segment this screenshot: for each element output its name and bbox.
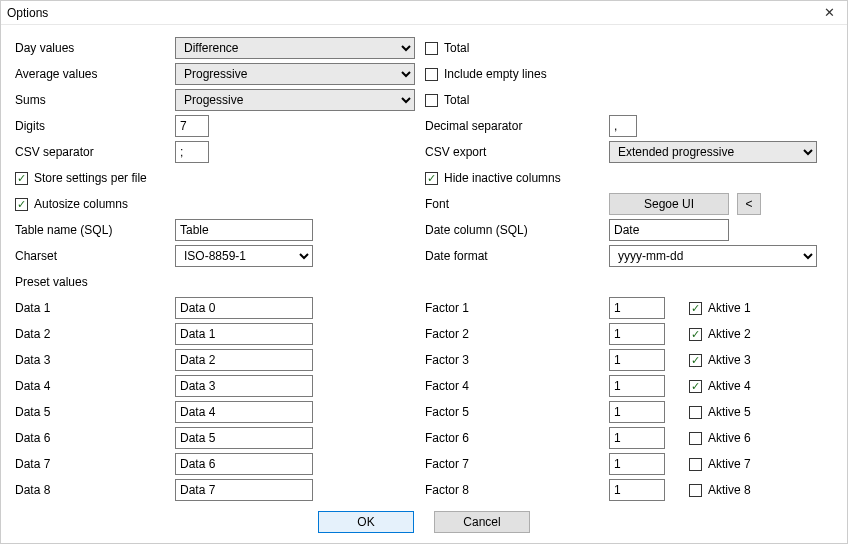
factor-input[interactable] [609,453,665,475]
label-total2: Total [444,93,469,107]
label-day-values: Day values [15,41,175,55]
sums-select[interactable]: Progessive [175,89,415,111]
factor-input[interactable] [609,401,665,423]
ok-button[interactable]: OK [318,511,414,533]
label-digits: Digits [15,119,175,133]
checkbox-icon [15,172,28,185]
data-label: Data 3 [15,353,175,367]
aktive-label: Aktive 1 [708,301,751,315]
factor-input[interactable] [609,297,665,319]
data-input[interactable] [175,297,313,319]
day-values-select[interactable]: Difference [175,37,415,59]
data-input[interactable] [175,479,313,501]
aktive-checkbox[interactable]: Aktive 7 [689,457,751,471]
aktive-checkbox[interactable]: Aktive 6 [689,431,751,445]
data-label: Data 5 [15,405,175,419]
factor-input[interactable] [609,323,665,345]
autosize-columns-checkbox[interactable]: Autosize columns [15,197,128,211]
label-store-per-file: Store settings per file [34,171,147,185]
data-input[interactable] [175,453,313,475]
content: Day values Difference Average values Pro… [1,25,847,505]
checkbox-icon [689,354,702,367]
data-label: Data 1 [15,301,175,315]
label-font: Font [425,197,609,211]
date-column-input[interactable] [609,219,729,241]
digits-input[interactable] [175,115,209,137]
aktive-label: Aktive 5 [708,405,751,419]
factor-label: Factor 3 [425,353,609,367]
preset-row: Data 5Factor 5Aktive 5 [15,399,833,425]
data-input[interactable] [175,427,313,449]
decimal-separator-input[interactable] [609,115,637,137]
csv-separator-input[interactable] [175,141,209,163]
total2-checkbox[interactable]: Total [425,93,469,107]
preset-row: Data 7Factor 7Aktive 7 [15,451,833,477]
label-date-format: Date format [425,249,609,263]
factor-label: Factor 8 [425,483,609,497]
aktive-label: Aktive 8 [708,483,751,497]
date-format-select[interactable]: yyyy-mm-dd [609,245,817,267]
data-label: Data 4 [15,379,175,393]
checkbox-icon [689,458,702,471]
data-input[interactable] [175,323,313,345]
checkbox-icon [689,302,702,315]
checkbox-icon [15,198,28,211]
aktive-checkbox[interactable]: Aktive 4 [689,379,751,393]
aktive-checkbox[interactable]: Aktive 8 [689,483,751,497]
aktive-label: Aktive 3 [708,353,751,367]
font-browse-button[interactable]: < [737,193,761,215]
preset-row: Data 8Factor 8Aktive 8 [15,477,833,503]
dialog-buttons: OK Cancel [1,505,847,543]
data-label: Data 2 [15,327,175,341]
cancel-button[interactable]: Cancel [434,511,530,533]
include-empty-checkbox[interactable]: Include empty lines [425,67,547,81]
average-values-select[interactable]: Progressive [175,63,415,85]
label-csv-export: CSV export [425,145,609,159]
preset-row: Data 2Factor 2Aktive 2 [15,321,833,347]
store-per-file-checkbox[interactable]: Store settings per file [15,171,147,185]
checkbox-icon [425,172,438,185]
factor-input[interactable] [609,375,665,397]
preset-list: Data 1Factor 1Aktive 1Data 2Factor 2Akti… [15,295,833,503]
preset-row: Data 3Factor 3Aktive 3 [15,347,833,373]
total1-checkbox[interactable]: Total [425,41,469,55]
factor-label: Factor 5 [425,405,609,419]
aktive-checkbox[interactable]: Aktive 5 [689,405,751,419]
aktive-checkbox[interactable]: Aktive 2 [689,327,751,341]
preset-row: Data 4Factor 4Aktive 4 [15,373,833,399]
label-table-name-sql: Table name (SQL) [15,223,175,237]
factor-label: Factor 7 [425,457,609,471]
checkbox-icon [689,406,702,419]
data-input[interactable] [175,375,313,397]
aktive-checkbox[interactable]: Aktive 3 [689,353,751,367]
aktive-checkbox[interactable]: Aktive 1 [689,301,751,315]
factor-input[interactable] [609,349,665,371]
label-autosize-columns: Autosize columns [34,197,128,211]
factor-input[interactable] [609,427,665,449]
aktive-label: Aktive 6 [708,431,751,445]
window-title: Options [7,6,817,20]
factor-input[interactable] [609,479,665,501]
preset-row: Data 1Factor 1Aktive 1 [15,295,833,321]
aktive-label: Aktive 2 [708,327,751,341]
csv-export-select[interactable]: Extended progressive [609,141,817,163]
factor-label: Factor 2 [425,327,609,341]
data-label: Data 6 [15,431,175,445]
preset-row: Data 6Factor 6Aktive 6 [15,425,833,451]
aktive-label: Aktive 4 [708,379,751,393]
hide-inactive-checkbox[interactable]: Hide inactive columns [425,171,561,185]
factor-label: Factor 1 [425,301,609,315]
close-icon[interactable]: ✕ [817,5,841,20]
data-input[interactable] [175,401,313,423]
checkbox-icon [425,68,438,81]
factor-label: Factor 6 [425,431,609,445]
label-average-values: Average values [15,67,175,81]
table-name-input[interactable] [175,219,313,241]
font-button[interactable]: Segoe UI [609,193,729,215]
checkbox-icon [689,380,702,393]
data-label: Data 8 [15,483,175,497]
label-decimal-separator: Decimal separator [425,119,609,133]
charset-select[interactable]: ISO-8859-1 [175,245,313,267]
checkbox-icon [689,432,702,445]
data-input[interactable] [175,349,313,371]
